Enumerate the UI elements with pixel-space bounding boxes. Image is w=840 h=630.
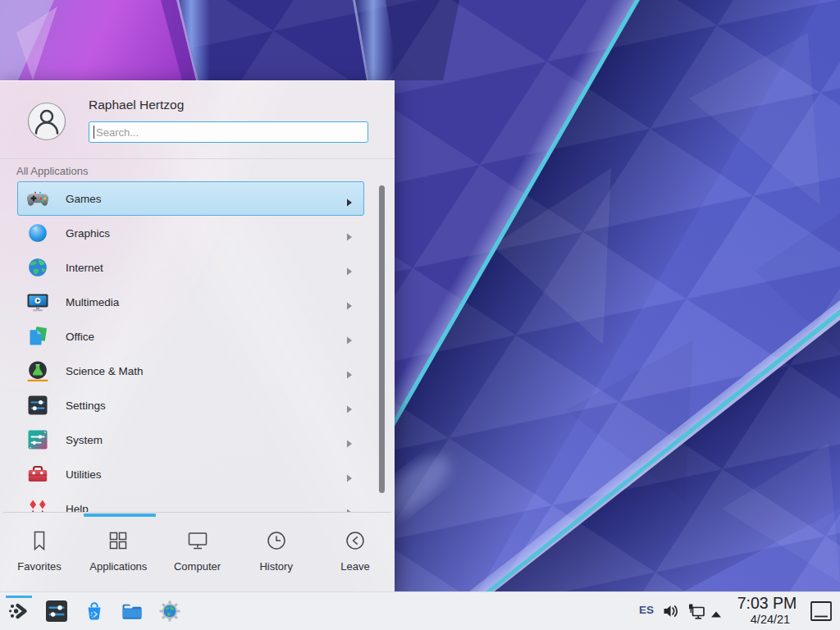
- launcher-footer-tabs: Favorites Applications Computer: [0, 517, 395, 592]
- category-label: Internet: [66, 262, 103, 274]
- category-row-science-math[interactable]: Science & Math: [17, 354, 364, 388]
- submenu-arrow-icon: [346, 333, 353, 341]
- tab-label: Leave: [340, 560, 369, 573]
- internet-icon: [26, 256, 49, 279]
- category-row-office[interactable]: Office: [17, 319, 364, 354]
- settings-icon: [26, 394, 49, 417]
- application-category-list: Games Graphics: [0, 181, 395, 512]
- kde-desktop: { "launcher": { "user_name": "Raphael He…: [0, 0, 840, 630]
- category-row-multimedia[interactable]: Multimedia: [17, 285, 364, 319]
- submenu-arrow-icon: [346, 471, 353, 479]
- tab-favorites[interactable]: Favorites: [0, 517, 79, 592]
- category-label: Graphics: [66, 227, 110, 240]
- graphics-icon: [26, 221, 49, 244]
- taskbar-panel: ES 7:03 PM 4/24/21: [0, 591, 840, 630]
- science-icon: [26, 359, 49, 382]
- leave-icon: [343, 528, 368, 553]
- category-row-settings[interactable]: Settings: [17, 388, 364, 422]
- text-caret: [94, 126, 94, 139]
- list-scrollbar[interactable]: [379, 185, 385, 493]
- category-row-graphics[interactable]: Graphics: [17, 216, 364, 250]
- submenu-arrow-icon: [346, 505, 353, 512]
- taskbar-launchers: [6, 598, 183, 624]
- network-icon[interactable]: [686, 601, 707, 626]
- submenu-arrow-icon: [346, 402, 353, 410]
- volume-icon[interactable]: [662, 602, 680, 623]
- tab-label: History: [259, 560, 292, 573]
- system-icon: [26, 428, 49, 451]
- history-icon: [264, 528, 289, 553]
- tab-applications[interactable]: Applications: [79, 517, 158, 592]
- category-label: Utilities: [66, 468, 102, 481]
- submenu-arrow-icon: [346, 436, 353, 445]
- launcher-header: Raphael Hertzog: [0, 81, 395, 159]
- favorites-icon: [27, 528, 52, 553]
- category-row-internet[interactable]: Internet: [17, 250, 364, 285]
- tab-history[interactable]: History: [237, 517, 316, 592]
- user-name: Raphael Hertzog: [89, 98, 184, 112]
- category-row-help[interactable]: Help: [17, 491, 364, 512]
- system-settings-button[interactable]: [43, 598, 70, 624]
- category-label: System: [66, 434, 103, 446]
- tab-computer[interactable]: Computer: [158, 517, 236, 592]
- application-launcher-button[interactable]: [6, 598, 32, 624]
- category-row-utilities[interactable]: Utilities: [17, 457, 364, 491]
- computer-icon: [185, 528, 210, 553]
- application-launcher-menu: Raphael Hertzog All Applications Games: [0, 80, 395, 592]
- search-input[interactable]: [89, 121, 368, 143]
- clock-date: 4/24/21: [731, 613, 803, 627]
- clock-time: 7:03 PM: [731, 594, 803, 613]
- applications-icon: [106, 528, 130, 553]
- tab-label: Favorites: [17, 560, 61, 573]
- user-avatar: [27, 102, 66, 141]
- category-label: Help: [66, 503, 89, 513]
- konqueror-browser-button[interactable]: [157, 598, 183, 624]
- tray-expander-icon[interactable]: [710, 607, 723, 622]
- category-label: Science & Math: [66, 365, 144, 377]
- dolphin-file-manager-button[interactable]: [119, 598, 145, 624]
- submenu-arrow-icon: [346, 368, 353, 376]
- games-icon: [26, 187, 49, 210]
- help-icon: [26, 497, 49, 512]
- utilities-icon: [26, 463, 49, 486]
- office-icon: [26, 325, 49, 348]
- submenu-arrow-icon: [346, 195, 353, 203]
- tab-leave[interactable]: Leave: [316, 517, 395, 592]
- category-label: Games: [66, 193, 102, 205]
- multimedia-icon: [26, 290, 49, 313]
- category-label: Settings: [66, 399, 106, 412]
- category-row-games[interactable]: Games: [17, 181, 364, 216]
- footer-separator: [3, 512, 391, 513]
- show-desktop-button[interactable]: [810, 600, 833, 625]
- digital-clock[interactable]: 7:03 PM 4/24/21: [731, 594, 803, 627]
- section-label: All Applications: [16, 165, 88, 177]
- discover-button[interactable]: [81, 598, 107, 624]
- category-label: Multimedia: [66, 296, 119, 308]
- tab-label: Computer: [174, 560, 221, 573]
- tab-label: Applications: [89, 560, 147, 573]
- category-label: Office: [66, 331, 94, 343]
- submenu-arrow-icon: [346, 264, 353, 272]
- keyboard-layout-indicator[interactable]: ES: [639, 604, 654, 616]
- submenu-arrow-icon: [346, 299, 353, 307]
- category-row-system[interactable]: System: [17, 422, 364, 457]
- submenu-arrow-icon: [346, 230, 353, 238]
